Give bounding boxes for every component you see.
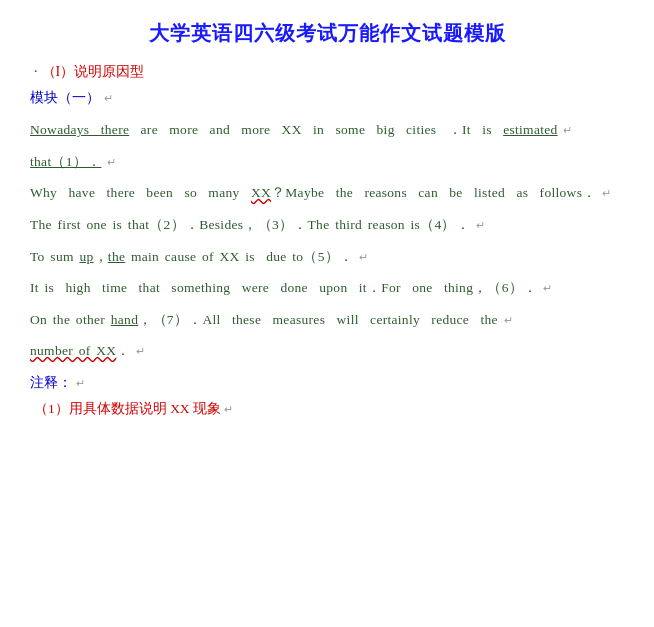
note-item-1: （1）用具体数据说明 XX 现象 ↵ bbox=[34, 400, 624, 418]
text-numberofxx: number of XX bbox=[30, 343, 116, 358]
return-mark-8: ↵ bbox=[504, 314, 513, 326]
section-heading: （I）说明原因型 bbox=[30, 63, 624, 81]
text-estimated: estimated bbox=[503, 122, 557, 137]
paragraph-2: that（1）． ↵ bbox=[30, 149, 624, 175]
text-sumup: up bbox=[79, 249, 93, 264]
paragraph-4: The first one is that（2）．Besides，（3）．The… bbox=[30, 212, 624, 238]
paragraph-7: On the other hand，（7）．All these measures… bbox=[30, 307, 624, 333]
block-title: 模块（一） ↵ bbox=[30, 89, 624, 107]
paragraph-3: Why have there been so many XX？Maybe the… bbox=[30, 180, 624, 206]
return-mark-2: ↵ bbox=[563, 124, 572, 136]
return-mark-11: ↵ bbox=[224, 403, 233, 415]
return-mark-4: ↵ bbox=[602, 187, 611, 199]
return-mark-5: ↵ bbox=[476, 219, 485, 231]
text-nowadaysthere: Nowadays there bbox=[30, 122, 129, 137]
paragraph-8: number of XX． ↵ bbox=[30, 338, 624, 364]
text-xx-wavy: XX bbox=[251, 185, 271, 200]
notes-label: 注释： ↵ bbox=[30, 374, 624, 392]
paragraph-1: Nowadays there are more and more XX in s… bbox=[30, 117, 624, 143]
paragraph-6: It is high time that something were done… bbox=[30, 275, 624, 301]
paragraph-5: To sum up，the main cause of XX is due to… bbox=[30, 244, 624, 270]
return-mark-10: ↵ bbox=[76, 377, 85, 389]
text-that1: that（1）． bbox=[30, 154, 101, 169]
return-mark-1: ↵ bbox=[104, 92, 113, 104]
text-hand: hand bbox=[111, 312, 138, 327]
return-mark-6: ↵ bbox=[359, 251, 368, 263]
return-mark-7: ↵ bbox=[543, 282, 552, 294]
page-title: 大学英语四六级考试万能作文试题模版 bbox=[30, 20, 624, 47]
return-mark-9: ↵ bbox=[136, 345, 145, 357]
text-the: the bbox=[108, 249, 125, 264]
return-mark-3: ↵ bbox=[107, 156, 116, 168]
